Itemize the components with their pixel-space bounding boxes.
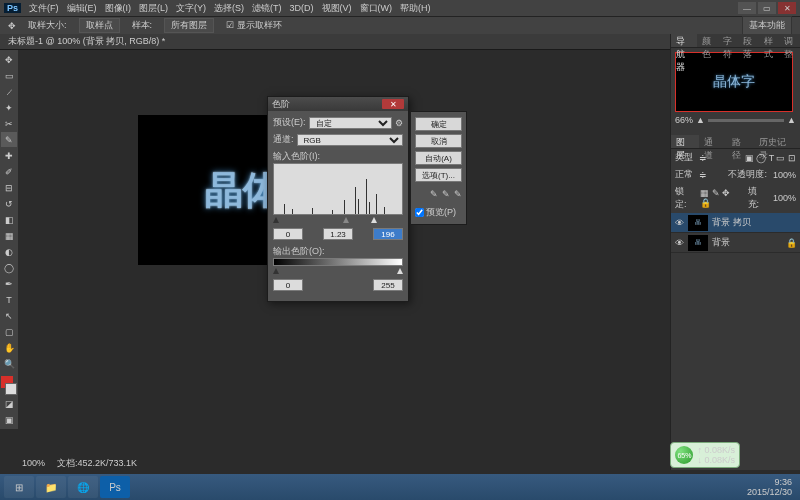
nav-zoom-slider[interactable] — [708, 119, 784, 122]
stamp-tool-icon[interactable]: ⊟ — [1, 180, 17, 195]
channels-tab[interactable]: 通道 — [699, 135, 727, 148]
browser-icon[interactable]: 🌐 — [68, 476, 98, 498]
output-black[interactable] — [273, 279, 303, 291]
sample-label: 样本: — [132, 19, 153, 32]
lasso-tool-icon[interactable]: ⟋ — [1, 84, 17, 99]
shape-tool-icon[interactable]: ▢ — [1, 324, 17, 339]
navigator-tab[interactable]: 导航器 — [671, 34, 697, 47]
menu-view[interactable]: 视图(V) — [322, 2, 352, 15]
menu-select[interactable]: 选择(S) — [214, 2, 244, 15]
input-white[interactable] — [373, 228, 403, 240]
text-tool-icon[interactable]: T — [1, 292, 17, 307]
path-tool-icon[interactable]: ↖ — [1, 308, 17, 323]
document-tab[interactable]: 未标题-1 @ 100% (背景 拷贝, RGB/8) * — [8, 35, 165, 48]
lock-icons[interactable]: ▦ ✎ ✥ 🔒 — [700, 188, 741, 208]
move-tool-icon[interactable]: ✥ — [1, 52, 17, 67]
eyedrop-tool-icon[interactable]: ✎ — [1, 132, 17, 147]
gradient-tool-icon[interactable]: ▦ — [1, 228, 17, 243]
layers-tab[interactable]: 图层 — [671, 135, 699, 148]
preset-label: 预设(E): — [273, 116, 306, 129]
menu-help[interactable]: 帮助(H) — [400, 2, 431, 15]
navigator-thumb[interactable]: 晶体字 — [675, 52, 793, 112]
background-swatch[interactable] — [5, 383, 17, 395]
options-button[interactable]: 选项(T)... — [415, 168, 462, 182]
para-tab[interactable]: 段落 — [738, 34, 759, 47]
quickmask-icon[interactable]: ◪ — [1, 396, 17, 411]
char-tab[interactable]: 字符 — [718, 34, 739, 47]
input-black[interactable] — [273, 228, 303, 240]
explorer-icon[interactable]: 📁 — [36, 476, 66, 498]
dialog-close-icon[interactable]: ✕ — [382, 99, 404, 109]
color-tab[interactable]: 颜色 — [697, 34, 718, 47]
styles-tab[interactable]: 样式 — [759, 34, 780, 47]
blur-tool-icon[interactable]: ◐ — [1, 244, 17, 259]
channel-select[interactable]: RGB — [297, 134, 403, 146]
ps-taskbar-icon[interactable]: Ps — [100, 476, 130, 498]
preview-checkbox[interactable]: 预览(P) — [415, 206, 462, 219]
workspace-selector[interactable]: 基本功能 — [742, 16, 792, 35]
dialog-title: 色阶 — [272, 98, 290, 111]
pen-tool-icon[interactable]: ✒ — [1, 276, 17, 291]
opacity-value[interactable]: 100% — [773, 170, 796, 180]
screenmode-icon[interactable]: ▣ — [1, 412, 17, 427]
window-restore[interactable]: ▭ — [758, 2, 776, 14]
menu-layer[interactable]: 图层(L) — [139, 2, 168, 15]
channel-label: 通道: — [273, 133, 294, 146]
eraser-tool-icon[interactable]: ◧ — [1, 212, 17, 227]
preset-gear-icon[interactable]: ⚙ — [395, 118, 403, 128]
menu-type[interactable]: 文字(Y) — [176, 2, 206, 15]
toolbox: ✥ ▭ ⟋ ✦ ✂ ✎ ✚ ✐ ⊟ ↺ ◧ ▦ ◐ ◯ ✒ T ↖ ▢ ✋ 🔍 … — [0, 50, 18, 429]
ok-button[interactable]: 确定 — [415, 117, 462, 131]
window-min[interactable]: — — [738, 2, 756, 14]
zoom-tool-icon[interactable]: 🔍 — [1, 356, 17, 371]
hand-tool-icon[interactable]: ✋ — [1, 340, 17, 355]
menu-window[interactable]: 窗口(W) — [360, 2, 393, 15]
show-ring-label[interactable]: ☑ 显示取样环 — [226, 19, 282, 32]
menu-file[interactable]: 文件(F) — [29, 2, 59, 15]
visibility-icon[interactable]: 👁 — [674, 238, 684, 248]
black-eyedrop-icon[interactable]: ✎ — [430, 189, 438, 199]
nav-zoom-in-icon[interactable]: ▲ — [787, 115, 796, 125]
output-white[interactable] — [373, 279, 403, 291]
brush-tool-icon[interactable]: ✐ — [1, 164, 17, 179]
wand-tool-icon[interactable]: ✦ — [1, 100, 17, 115]
history-tab[interactable]: 历史记录 — [754, 135, 800, 148]
histogram — [273, 163, 403, 215]
preset-select[interactable]: 自定 — [309, 117, 393, 129]
crop-tool-icon[interactable]: ✂ — [1, 116, 17, 131]
window-close[interactable]: ✕ — [778, 2, 796, 14]
sample-size-value[interactable]: 取样点 — [79, 18, 120, 33]
layer-row[interactable]: 👁 晶 背景 拷贝 — [671, 213, 800, 233]
history-brush-icon[interactable]: ↺ — [1, 196, 17, 211]
menu-3d[interactable]: 3D(D) — [290, 3, 314, 13]
white-eyedrop-icon[interactable]: ✎ — [454, 189, 462, 199]
input-gamma[interactable] — [323, 228, 353, 240]
levels-dialog: 色阶 ✕ 预设(E): 自定 ⚙ 通道: RGB 输入色阶(I): — [267, 96, 409, 302]
sample-value[interactable]: 所有图层 — [164, 18, 214, 33]
cancel-button[interactable]: 取消 — [415, 134, 462, 148]
dodge-tool-icon[interactable]: ◯ — [1, 260, 17, 275]
filter-kind[interactable]: 类型 — [675, 151, 693, 164]
menu-filter[interactable]: 滤镜(T) — [252, 2, 282, 15]
menu-image[interactable]: 图像(I) — [105, 2, 132, 15]
nav-zoom-out-icon[interactable]: ▲ — [696, 115, 705, 125]
layer-row[interactable]: 👁 晶 背景 🔒 — [671, 233, 800, 253]
blend-mode[interactable]: 正常 — [675, 168, 693, 181]
network-widget[interactable]: 65% ↑ 0.08K/s↓ 0.08K/s — [670, 442, 740, 468]
menu-edit[interactable]: 编辑(E) — [67, 2, 97, 15]
start-button[interactable]: ⊞ — [4, 476, 34, 498]
input-slider[interactable] — [273, 217, 403, 225]
heal-tool-icon[interactable]: ✚ — [1, 148, 17, 163]
tool-icon: ✥ — [8, 21, 16, 31]
visibility-icon[interactable]: 👁 — [674, 218, 684, 228]
app-logo: Ps — [4, 3, 21, 13]
marquee-tool-icon[interactable]: ▭ — [1, 68, 17, 83]
output-slider[interactable] — [273, 268, 403, 276]
fill-value[interactable]: 100% — [773, 193, 796, 203]
input-label: 输入色阶(I): — [273, 150, 403, 163]
gray-eyedrop-icon[interactable]: ✎ — [442, 189, 450, 199]
adjust-tab[interactable]: 调整 — [779, 34, 800, 47]
paths-tab[interactable]: 路径 — [727, 135, 755, 148]
output-label: 输出色阶(O): — [273, 245, 403, 258]
auto-button[interactable]: 自动(A) — [415, 151, 462, 165]
